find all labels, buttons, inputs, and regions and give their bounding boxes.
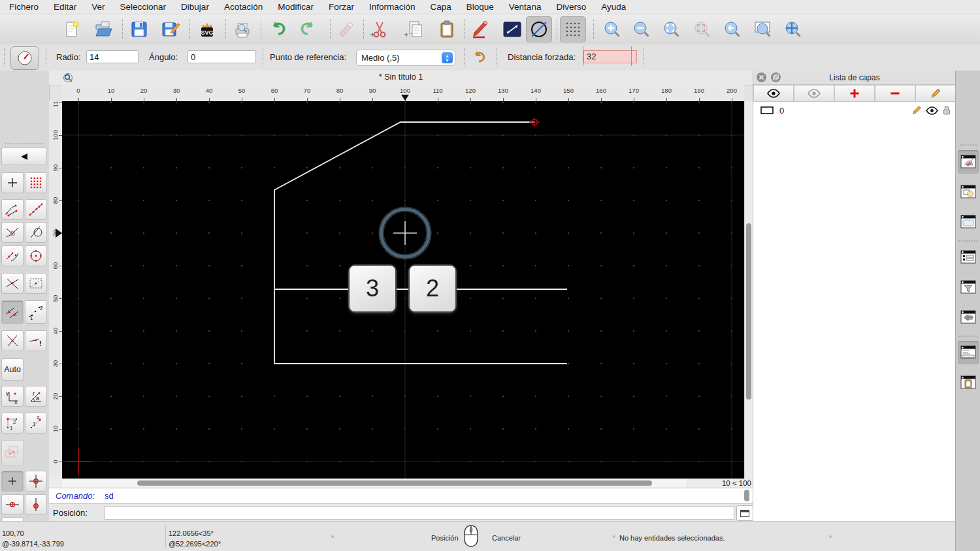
snap-auto-button[interactable]: Auto — [1, 358, 24, 381]
snap-auto-entity-button[interactable] — [1, 245, 24, 266]
snap-free-button[interactable] — [1, 172, 24, 193]
snap-distance-button[interactable] — [1, 300, 24, 324]
snap-intersection-manual-button[interactable]: ! — [25, 330, 47, 351]
snap-intersection-button[interactable] — [1, 273, 24, 294]
toggle-command-window-button[interactable] — [736, 505, 753, 521]
paste-button[interactable] — [434, 16, 460, 42]
menu-acotacion[interactable]: Acotación — [224, 2, 263, 12]
back-button[interactable] — [1, 148, 47, 165]
property-pencil-button[interactable] — [466, 16, 492, 42]
snap-on-entity-button[interactable] — [25, 199, 47, 220]
snap-middle-manual-button[interactable]: 12 — [25, 300, 47, 324]
relative-polar-button[interactable]: 12 — [25, 413, 47, 433]
line-attributes-button[interactable] — [499, 16, 525, 42]
menu-forzar[interactable]: Forzar — [329, 2, 354, 12]
menu-ayuda[interactable]: Ayuda — [601, 2, 626, 12]
snap-center-button[interactable] — [25, 245, 47, 266]
restrict-vertical-button[interactable] — [25, 494, 47, 515]
coordinate-cartesian-button[interactable]: yx — [1, 386, 24, 407]
pan-button[interactable] — [780, 16, 806, 42]
layer-visible-icon[interactable] — [926, 106, 938, 115]
snap-perpendicular-button[interactable] — [1, 222, 24, 243]
canvas-vertical-scrollbar[interactable] — [744, 101, 753, 479]
selection-filter-toggle[interactable] — [958, 276, 979, 299]
reset-options-button[interactable] — [470, 50, 487, 65]
radio-input[interactable] — [86, 50, 139, 63]
layer-panel-toggle[interactable] — [958, 150, 979, 174]
menu-bloque[interactable]: Bloque — [466, 2, 494, 12]
zoom-selection-button[interactable] — [689, 16, 715, 42]
clipboard-panel-toggle[interactable] — [958, 371, 979, 394]
restrict-orthogonal-button[interactable] — [1, 440, 24, 466]
vertical-scrollbar-thumb[interactable] — [746, 223, 751, 400]
horizontal-scrollbar-thumb[interactable] — [137, 480, 652, 486]
palette-drag-handle[interactable] — [5, 143, 43, 146]
layer-edit-icon[interactable] — [911, 105, 922, 116]
zoom-out-button[interactable] — [629, 16, 655, 42]
undo-button[interactable] — [265, 16, 291, 42]
document-tab-title[interactable]: * Sin título 1 — [49, 72, 753, 82]
layer-lock-icon[interactable] — [943, 106, 951, 115]
add-layer-button[interactable] — [834, 85, 875, 102]
sidebar-drag-handle[interactable] — [960, 144, 977, 146]
remove-layer-button[interactable] — [875, 85, 915, 102]
snap-reference-button[interactable] — [25, 273, 47, 294]
position-input[interactable] — [105, 506, 734, 520]
snap-tangent-button[interactable] — [25, 222, 47, 243]
menu-ventana[interactable]: Ventana — [509, 2, 542, 12]
restriction-toggle-button[interactable] — [526, 16, 552, 42]
grid-toggle-button[interactable] — [560, 16, 586, 42]
menu-informacion[interactable]: Información — [369, 2, 416, 12]
snap-intersection-x-button[interactable] — [1, 330, 24, 351]
restrict-horizontal-button[interactable] — [1, 494, 24, 515]
active-tool-button[interactable] — [10, 46, 39, 70]
canvas-horizontal-scrollbar[interactable] — [62, 479, 686, 488]
snap-grid-button[interactable] — [25, 172, 47, 193]
command-line-toggle[interactable] — [958, 341, 979, 364]
menu-bar: Fichero Editar Ver Seleccionar Dibujar A… — [0, 0, 980, 14]
menu-editar[interactable]: Editar — [54, 2, 76, 12]
zoom-auto-button[interactable] — [659, 16, 685, 42]
print-preview-button[interactable] — [229, 16, 255, 42]
open-file-button[interactable] — [90, 16, 116, 42]
zoom-window-button[interactable] — [750, 16, 776, 42]
menu-capa[interactable]: Capa — [431, 2, 451, 12]
snap-endpoints-button[interactable] — [1, 199, 24, 220]
layer-row-0[interactable]: 0 — [753, 103, 956, 118]
menu-dibujar[interactable]: Dibujar — [181, 2, 209, 12]
angle-input[interactable] — [188, 50, 256, 63]
command-scrollbar-thumb[interactable] — [744, 490, 749, 501]
reference-point-select[interactable]: Medio (,5) ▲▼ — [356, 50, 455, 66]
menu-ver[interactable]: Ver — [91, 2, 105, 12]
show-all-layers-button[interactable] — [753, 85, 794, 102]
save-as-button[interactable] — [157, 16, 184, 42]
relative-cartesian-button[interactable]: 12 — [1, 413, 24, 433]
copy-button[interactable] — [400, 16, 427, 42]
zoom-previous-button[interactable] — [719, 16, 745, 42]
command-trigger-toggle[interactable] — [958, 306, 979, 329]
menu-fichero[interactable]: Fichero — [9, 2, 39, 12]
redo-button[interactable] — [295, 16, 321, 42]
restrict-none-button[interactable] — [1, 471, 24, 492]
library-browser-toggle[interactable] — [958, 210, 979, 234]
command-entry-text[interactable]: sd — [105, 491, 114, 501]
hide-all-layers-button[interactable] — [794, 85, 834, 102]
edit-layer-button[interactable] — [915, 85, 956, 102]
property-editor-toggle[interactable] — [958, 245, 979, 269]
restrict-both-button[interactable] — [25, 471, 47, 492]
layer-color-swatch[interactable] — [760, 106, 774, 114]
delete-entities-button[interactable] — [333, 16, 359, 42]
zoom-in-button[interactable] — [599, 16, 625, 42]
svg-export-button[interactable]: SVG — [194, 16, 220, 42]
save-button[interactable] — [126, 16, 152, 42]
command-line-panel[interactable]: Comando: sd — [49, 488, 753, 503]
menu-diverso[interactable]: Diverso — [556, 2, 586, 12]
block-panel-toggle[interactable] — [958, 180, 979, 204]
cut-button[interactable] — [367, 16, 393, 42]
menu-seleccionar[interactable]: Seleccionar — [120, 2, 167, 12]
new-file-button[interactable] — [59, 16, 85, 42]
forced-distance-input[interactable]: 32 — [583, 50, 637, 63]
menu-modificar[interactable]: Modificar — [278, 2, 314, 12]
coordinate-polar-button[interactable]: ra — [25, 386, 47, 407]
drawing-canvas[interactable]: 3 2 — [62, 101, 744, 479]
